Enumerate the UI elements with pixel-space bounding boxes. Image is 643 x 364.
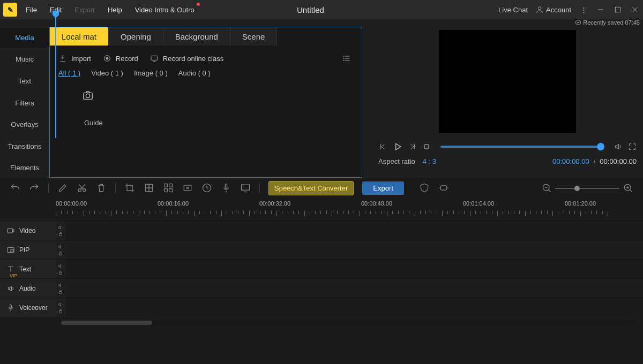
track-row[interactable]: TextVIP: [0, 259, 643, 278]
live-chat-button[interactable]: Live Chat: [498, 6, 528, 14]
nav-text[interactable]: Text: [0, 71, 49, 91]
tab-scene[interactable]: Scene: [230, 27, 278, 46]
export-button[interactable]: Export: [362, 181, 404, 195]
track-body[interactable]: [65, 221, 643, 240]
minimize-button[interactable]: [596, 5, 605, 14]
lock-icon[interactable]: [57, 231, 64, 237]
account-button[interactable]: Account: [535, 5, 571, 14]
screen-icon[interactable]: [240, 183, 251, 193]
delete-icon[interactable]: [96, 183, 107, 193]
zoom-slider[interactable]: [555, 187, 619, 189]
record-online-class-button[interactable]: Record online class: [150, 54, 223, 63]
menu-help[interactable]: Help: [104, 4, 125, 16]
nav-music[interactable]: Music: [0, 50, 49, 70]
import-button[interactable]: Import: [58, 54, 91, 63]
time-ruler[interactable]: 00:00:00.0000:00:16.0000:00:32.0000:00:4…: [56, 198, 643, 221]
duration-icon[interactable]: [201, 183, 212, 193]
filter-video[interactable]: Video ( 1 ): [91, 69, 123, 77]
track-header: TextVIP: [0, 260, 56, 278]
track-body[interactable]: [65, 298, 643, 317]
list-view-icon[interactable]: [342, 54, 351, 63]
media-item-label: Guide: [84, 119, 362, 127]
mute-icon[interactable]: [57, 263, 64, 269]
menu-file[interactable]: File: [23, 4, 40, 16]
next-frame-button[interactable]: [408, 142, 417, 151]
track-header: Audio: [0, 279, 56, 298]
timeline: 00:00:00.0000:00:16.0000:00:32.0000:00:4…: [0, 198, 643, 364]
svg-rect-45: [59, 233, 62, 236]
nav-transitions[interactable]: Transitions: [0, 136, 49, 156]
stop-button[interactable]: [422, 142, 431, 151]
shield-icon[interactable]: [419, 183, 430, 193]
filter-image[interactable]: Image ( 0 ): [134, 69, 168, 77]
lock-icon[interactable]: [57, 289, 64, 294]
nav-media[interactable]: Media: [0, 28, 49, 48]
redo-button[interactable]: [29, 183, 40, 193]
svg-rect-24: [165, 184, 168, 187]
lock-icon[interactable]: [57, 308, 64, 314]
play-button[interactable]: [392, 141, 403, 152]
tab-background[interactable]: Background: [163, 27, 230, 46]
timeline-scrollbar[interactable]: [60, 320, 637, 325]
svg-rect-27: [169, 189, 173, 192]
fit-icon[interactable]: [438, 183, 449, 193]
track-row[interactable]: Audio: [0, 278, 643, 298]
undo-button[interactable]: [10, 183, 20, 193]
track-row[interactable]: Voiceover: [0, 298, 643, 317]
tab-local-material[interactable]: Local mat: [50, 27, 109, 46]
crop-icon[interactable]: [124, 183, 135, 193]
mute-icon[interactable]: [57, 225, 64, 230]
mute-icon[interactable]: [57, 283, 64, 288]
preview-seek-slider[interactable]: [440, 146, 604, 148]
window-title: Untitled: [198, 5, 498, 14]
zoom-out-button[interactable]: [541, 183, 552, 193]
preview-screen[interactable]: [439, 30, 576, 133]
record-button[interactable]: Record: [103, 54, 138, 63]
nav-filters[interactable]: Filters: [0, 93, 49, 113]
app-logo-icon: ✎: [3, 3, 17, 17]
vip-badge: VIP: [10, 273, 18, 278]
track-body[interactable]: [65, 279, 643, 298]
track-header: PIP: [0, 240, 56, 259]
menu-export: Export: [71, 4, 98, 16]
close-button[interactable]: [630, 5, 640, 14]
track-body[interactable]: [65, 260, 643, 278]
svg-rect-50: [59, 291, 62, 293]
edit-icon[interactable]: [57, 183, 68, 193]
svg-rect-18: [424, 145, 429, 149]
aspect-ratio-label: Aspect ratio: [378, 157, 415, 165]
track-row[interactable]: Video: [0, 221, 643, 240]
media-item-guide[interactable]: [74, 85, 101, 106]
lock-icon[interactable]: [57, 270, 64, 275]
svg-point-15: [343, 60, 344, 60]
mosaic-icon[interactable]: [144, 183, 154, 193]
speech-text-converter-button[interactable]: Speech&Text Converter: [268, 181, 354, 195]
menu-intro-outro[interactable]: Video Intro & Outro: [132, 4, 198, 16]
fullscreen-icon[interactable]: [628, 142, 637, 151]
filter-all[interactable]: All ( 1 ): [58, 69, 80, 77]
nav-overlays[interactable]: Overlays: [0, 115, 49, 134]
tab-opening[interactable]: Opening: [109, 27, 163, 46]
cut-icon[interactable]: [77, 183, 87, 193]
camera-icon: [82, 89, 94, 101]
maximize-button[interactable]: [613, 5, 623, 14]
aspect-ratio-value[interactable]: 4 : 3: [423, 157, 436, 165]
grid-icon[interactable]: [163, 183, 174, 193]
volume-icon[interactable]: [614, 142, 623, 151]
record-icon: [103, 54, 111, 63]
track-type-icon: [6, 246, 15, 254]
svg-point-7: [106, 57, 108, 59]
zoom-in-button[interactable]: [623, 183, 633, 193]
mute-icon[interactable]: [57, 302, 64, 307]
track-row[interactable]: PIP: [0, 240, 643, 259]
kebab-menu-icon[interactable]: ⋮: [579, 5, 588, 14]
nav-elements[interactable]: Elements: [0, 158, 49, 178]
track-label: PIP: [19, 246, 29, 254]
voiceover-icon[interactable]: [221, 183, 231, 193]
filter-audio[interactable]: Audio ( 0 ): [178, 69, 211, 77]
track-body[interactable]: [65, 240, 643, 259]
prev-frame-button[interactable]: [378, 142, 387, 151]
mute-icon[interactable]: [57, 244, 64, 249]
lock-icon[interactable]: [57, 251, 64, 256]
freeze-frame-icon[interactable]: [182, 183, 193, 193]
